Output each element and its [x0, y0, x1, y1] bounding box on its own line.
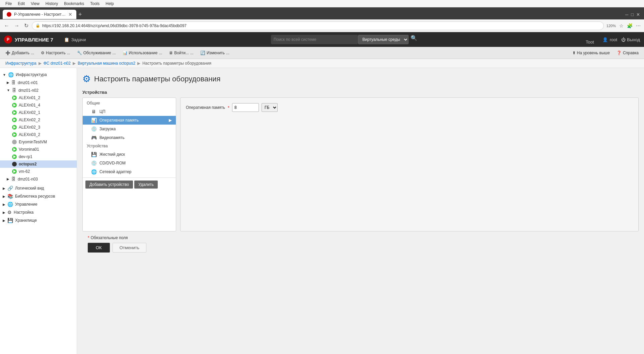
infra-label: Инфраструктура — [16, 72, 47, 77]
device-detail-panel: Оперативная память * ГБ МБ — [180, 97, 639, 231]
menu-help[interactable]: Help — [103, 1, 117, 7]
login-button[interactable]: 🖥 Войти... ... — [166, 50, 196, 56]
up-level-label: На уровень выше — [577, 51, 610, 55]
usage-icon: 📊 — [123, 51, 128, 55]
logout-icon: ⏻ — [621, 37, 626, 42]
sidebar-item-alexn01-4[interactable]: ALEXn01_4 — [0, 101, 77, 109]
search-input[interactable] — [274, 37, 355, 42]
sidebar-item-infra[interactable]: ▼ 🌐 Инфраструктура — [0, 71, 77, 79]
sidebar-item-vm-62[interactable]: vm-62 — [0, 168, 77, 175]
sidebar-item-library[interactable]: ▶ 📚 Библиотека ресурсов — [0, 192, 77, 200]
device-item-ram[interactable]: 📊 Оперативная память ▶ — [83, 116, 176, 125]
dmz01-n01-label: dmz01-n01 — [18, 80, 38, 85]
sidebar-item-logical[interactable]: ▶ 🔗 Логический вид — [0, 184, 77, 192]
forward-button[interactable]: → — [13, 22, 21, 29]
infra-icon: 🌐 — [8, 72, 14, 77]
help-button[interactable]: ❓ Справка — [614, 50, 641, 56]
window-minimize-icon[interactable]: ─ — [625, 12, 628, 17]
cpu-icon: 🖥 — [91, 109, 97, 114]
up-level-button[interactable]: ⬆ На уровень выше — [570, 50, 613, 56]
ok-button[interactable]: ОК — [88, 243, 110, 253]
breadcrumb-fs[interactable]: ФС dmz01-n02 — [44, 61, 71, 66]
sidebar-item-dev-rp1[interactable]: dev-rp1 — [0, 153, 77, 160]
window-close-icon[interactable]: ✕ — [636, 12, 640, 17]
login-icon: 🖥 — [169, 51, 173, 55]
env-select[interactable]: Виртуальные среды — [358, 35, 409, 44]
sidebar-item-alexn01-2[interactable]: ALEXn01_2 — [0, 94, 77, 101]
window-maximize-icon[interactable]: □ — [631, 12, 634, 17]
change-label: Изменить — [207, 51, 225, 55]
user-label: root — [610, 37, 617, 42]
ram-value-input[interactable] — [232, 103, 259, 112]
sidebar-item-alexn02-3[interactable]: ALEXn02_3 — [0, 124, 77, 131]
vm-status-green — [12, 132, 17, 137]
menu-file[interactable]: File — [3, 1, 14, 7]
configure-label: Настроить — [46, 51, 66, 55]
form-footer: * Обязательные поля ОК Отменить — [82, 231, 639, 257]
more-icon[interactable]: ⋯ — [635, 22, 641, 29]
configure-icon: ⚙ — [41, 51, 45, 55]
ram-unit-select[interactable]: ГБ МБ — [262, 103, 278, 112]
sidebar-item-dmz01-n02[interactable]: ▼ 🗄 dmz01-n02 — [0, 86, 77, 94]
refresh-button[interactable]: ↻ — [23, 22, 30, 29]
alexn03-2-label: ALEXn03_2 — [19, 132, 40, 137]
device-item-cdrom[interactable]: 💿 CD/DVD-ROM — [83, 159, 176, 167]
breadcrumb-sep-2: ▶ — [73, 61, 76, 66]
sidebar-item-management[interactable]: ▶ 🌐 Управление — [0, 200, 77, 208]
menu-edit[interactable]: Edit — [15, 1, 27, 7]
zoom-level[interactable]: 120% — [606, 23, 617, 28]
address-bar[interactable]: 🔒 https://192.168.20.14:4648/vz/cp/wnd,0… — [32, 21, 604, 30]
new-tab-button[interactable]: + — [78, 11, 82, 18]
active-tab[interactable]: Р-Управление - Настроить п... ✕ — [3, 10, 76, 19]
tab-favicon — [7, 12, 11, 17]
sidebar-item-eryomintestvm[interactable]: EryominTestVM — [0, 138, 77, 146]
device-item-hdd[interactable]: 💾 Жесткий диск — [83, 150, 176, 159]
sidebar-item-dmz01-n01[interactable]: ▶ 🗄 dmz01-n01 — [0, 79, 77, 86]
menu-bookmarks[interactable]: Bookmarks — [61, 1, 87, 7]
vm-status-green — [12, 118, 17, 122]
tasks-button[interactable]: 📋 Задачи — [64, 37, 86, 42]
logout-button[interactable]: ⏻ Выход — [621, 37, 640, 42]
menu-bar: File Edit View History Bookmarks Tools H… — [0, 0, 644, 7]
infra-expand-icon: ▼ — [3, 73, 6, 77]
sidebar-item-alexn03-2[interactable]: ALEXn03_2 — [0, 131, 77, 138]
back-button[interactable]: ← — [3, 22, 11, 29]
change-dots: ... — [226, 51, 229, 55]
vm-status-gray — [12, 140, 17, 144]
change-button[interactable]: 🔄 Изменить ... — [198, 50, 232, 56]
breadcrumb-infra[interactable]: Инфраструктура — [5, 61, 37, 66]
breadcrumb-vm[interactable]: Виртуальная машина octopus2 — [78, 61, 135, 66]
logical-expand-icon: ▶ — [3, 187, 5, 190]
menu-tools[interactable]: Tools — [87, 1, 102, 7]
menu-history[interactable]: History — [43, 1, 61, 7]
sidebar-item-alexn02-1[interactable]: ALEXn02_1 — [0, 109, 77, 116]
sidebar-item-dmz01-n03[interactable]: ▶ 🗄 dmz01-n03 — [0, 175, 77, 183]
app-container: Р УПРАВЛЕНИЕ 7 📋 Задачи Виртуальные сред… — [0, 32, 644, 354]
search-icon[interactable]: 🔍 — [411, 35, 417, 44]
boot-icon: 💿 — [91, 126, 97, 132]
sidebar-item-voronina01[interactable]: Voronina01 — [0, 146, 77, 153]
extensions-icon[interactable]: 🧩 — [626, 22, 633, 29]
tasks-label: Задачи — [71, 37, 86, 42]
sidebar-item-alexn02-2[interactable]: ALEXn02_2 — [0, 116, 77, 124]
configure-button[interactable]: ⚙ Настроить ... — [38, 50, 73, 56]
menu-view[interactable]: View — [28, 1, 42, 7]
delete-device-button[interactable]: Удалить — [134, 181, 158, 189]
usage-button[interactable]: 📊 Использование ... — [120, 50, 165, 56]
star-icon[interactable]: ☆ — [619, 22, 624, 29]
device-item-boot[interactable]: 💿 Загрузка — [83, 125, 176, 133]
tab-close-icon[interactable]: ✕ — [68, 12, 72, 17]
maintenance-button[interactable]: 🔧 Обслуживание ... — [74, 50, 119, 56]
device-item-video[interactable]: 🎮 Видеопамять — [83, 133, 176, 142]
eryomintestvm-label: EryominTestVM — [19, 140, 47, 144]
sidebar-item-storage[interactable]: ▶ 💾 Хранилище — [0, 216, 77, 224]
storage-label: Хранилище — [15, 218, 37, 223]
sidebar-item-octopus2[interactable]: octopus2 — [0, 160, 77, 168]
content-area: ⚙ Настроить параметры оборудования Устро… — [77, 68, 644, 354]
device-item-network[interactable]: 🌐 Сетевой адаптер — [83, 167, 176, 176]
add-button[interactable]: ➕ Добавить ... — [3, 50, 37, 56]
cancel-button[interactable]: Отменить — [113, 243, 146, 253]
sidebar-item-settings[interactable]: ▶ ⚙ Настройка — [0, 208, 77, 216]
device-item-cpu[interactable]: 🖥 ЦП — [83, 107, 176, 116]
add-device-button[interactable]: Добавить устройство — [85, 181, 133, 189]
